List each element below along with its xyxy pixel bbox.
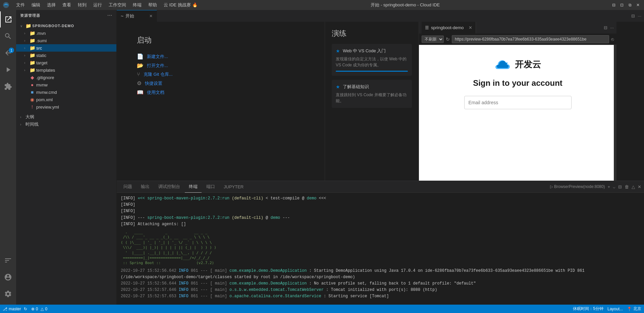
cmd-icon: ■ xyxy=(30,89,35,95)
tree-item-templates[interactable]: › 📁 templates xyxy=(16,66,116,74)
folder-icon: 📁 xyxy=(30,38,35,43)
tree-item-previewyml[interactable]: › ! preview.yml xyxy=(16,103,116,111)
idle-time-status[interactable]: 休眠时间：5分钟 xyxy=(573,306,603,312)
tree-item-pomxml[interactable]: › ◉ pom.xml xyxy=(16,96,116,103)
error-icon: ⊗ xyxy=(31,307,35,311)
terminal-close-button[interactable]: ✕ xyxy=(638,184,641,189)
terminal-panel-label: ▷ BrowserPreview(node:8080) xyxy=(550,184,605,189)
sync-icon[interactable]: ↻ xyxy=(24,307,27,311)
practice-card-vscode[interactable]: ★ Web 中 VS Code 入门 发现最佳的自定义方法，以使 Web 中的 … xyxy=(332,44,412,76)
restore-button[interactable]: ⧉ xyxy=(627,2,633,8)
split-editor-icon[interactable]: ⊟ xyxy=(631,13,635,18)
terminal-tab-jupyter[interactable]: JUPYTER xyxy=(220,181,248,193)
activity-git[interactable]: 1 xyxy=(0,45,16,61)
terminal-maximize[interactable]: △ xyxy=(632,184,635,189)
menu-select[interactable]: 选择 xyxy=(44,1,58,9)
browser-more-icon[interactable]: ··· xyxy=(610,25,614,30)
docs-label: 使用文档 xyxy=(147,89,164,96)
browser-split-icon[interactable]: ⊟ xyxy=(604,25,607,30)
menu-edit[interactable]: 编辑 xyxy=(29,1,43,9)
project-root[interactable]: ∨ 📁 SPRINGBOOT-DEMO xyxy=(16,22,116,29)
browser-scrollbar[interactable] xyxy=(614,45,616,181)
menu-goto[interactable]: 转到 xyxy=(75,1,89,9)
welcome-tab-label: 开始 xyxy=(125,13,134,19)
terminal-tab-terminal[interactable]: 终端 xyxy=(185,181,202,193)
tree-item-gitignore[interactable]: › ◆ .gitignore xyxy=(16,74,116,81)
terminal-add-button[interactable]: + xyxy=(607,184,610,189)
activity-search[interactable] xyxy=(0,28,16,44)
activity-explorer[interactable] xyxy=(0,11,16,27)
docs-icon: 📖 xyxy=(137,89,144,96)
terminal-trash[interactable]: 🗑 xyxy=(625,184,629,189)
tree-item-sumi[interactable]: › 📁 .sumi xyxy=(16,37,116,44)
static-label: static xyxy=(36,53,116,58)
link-quick-settings[interactable]: ⚙ 快捷设置 xyxy=(137,79,305,88)
start-section-label: 启动 xyxy=(137,35,305,45)
static-arrow: › xyxy=(24,54,28,57)
terminal-split-button[interactable]: ⌵ xyxy=(613,184,615,189)
terminal-tab-debug[interactable]: 调试控制台 xyxy=(154,181,184,193)
terminal-label: 终端 xyxy=(189,184,198,190)
browser-content: 开发云 Sign in to your account xyxy=(419,45,616,181)
editor-content: 启动 📄 新建文件... 📂 打开文件... ⑂ 克隆 Git 仓库... xyxy=(117,22,644,181)
activity-extensions[interactable] xyxy=(0,78,16,95)
maximize-button[interactable]: ⊡ xyxy=(619,2,625,8)
link-new-file[interactable]: 📄 新建文件... xyxy=(137,52,305,61)
minimize-button[interactable]: ⊟ xyxy=(610,2,617,8)
refresh-button[interactable]: ↻ xyxy=(446,37,450,42)
browser-toolbar: 不刷新 ↻ ⎋ xyxy=(419,34,616,45)
tree-section-outline[interactable]: › 大纲 xyxy=(16,113,116,121)
browser-tab-close[interactable]: ✕ xyxy=(469,25,472,30)
clone-icon: ⑂ xyxy=(137,71,140,77)
output-label: 输出 xyxy=(141,184,150,190)
terminal-tab-ports[interactable]: 端口 xyxy=(202,181,219,193)
activity-settings[interactable] xyxy=(0,286,16,302)
activity-account[interactable] xyxy=(0,269,16,285)
location-label: 北京 xyxy=(633,306,641,312)
close-button[interactable]: ✕ xyxy=(635,2,641,8)
menu-run[interactable]: 运行 xyxy=(91,1,105,9)
link-docs[interactable]: 📖 使用文档 xyxy=(137,88,305,97)
url-bar[interactable] xyxy=(452,35,609,43)
git-branch-status[interactable]: ⎇ master ↻ xyxy=(3,307,27,311)
external-link-icon[interactable]: ⎋ xyxy=(611,37,614,42)
refresh-select[interactable]: 不刷新 xyxy=(422,36,444,43)
tree-item-src[interactable]: › 📁 src xyxy=(16,44,116,52)
menu-help[interactable]: 帮助 xyxy=(146,1,160,9)
signin-title: Sign in to your account xyxy=(473,78,562,88)
menu-workspace[interactable]: 工作空间 xyxy=(106,1,129,9)
activity-run[interactable] xyxy=(0,62,16,78)
tree-item-mvnwcmd[interactable]: › ■ mvnw.cmd xyxy=(16,88,116,96)
activity-bar: 1 xyxy=(0,10,16,305)
target-arrow: › xyxy=(24,61,28,65)
app-icon xyxy=(3,2,9,8)
tree-section-timeline[interactable]: › 时间线 xyxy=(16,121,116,128)
email-input[interactable] xyxy=(464,96,572,109)
tree-item-mvnw[interactable]: › ● mvnw xyxy=(16,81,116,88)
terminal-tab-output[interactable]: 输出 xyxy=(137,181,154,193)
tree-item-target[interactable]: › 📁 target xyxy=(16,59,116,66)
welcome-tab-close[interactable]: ✕ xyxy=(149,14,153,18)
more-actions-icon[interactable]: ··· xyxy=(638,13,641,18)
sidebar-menu-button[interactable]: ··· xyxy=(107,13,112,18)
tab-welcome[interactable]: ~ 开始 ✕ xyxy=(117,10,157,22)
activity-outline[interactable] xyxy=(0,252,16,268)
terminal-log-2: 2022-10-27 15:52:56.644 INFO 861 --- [ m… xyxy=(121,280,640,287)
terminal-tab-problems[interactable]: 问题 xyxy=(119,181,136,193)
tree-item-mvn[interactable]: › 📁 .mvn xyxy=(16,29,116,37)
link-open-file[interactable]: 📂 打开文件... xyxy=(137,61,305,70)
browser-tab-springboot[interactable]: ☰ springboot-demo ✕ xyxy=(422,22,476,34)
terminal-side-by-side[interactable]: ⊟ xyxy=(618,184,622,189)
folder-icon: 📁 xyxy=(30,60,35,65)
menu-terminal[interactable]: 终端 xyxy=(130,1,144,9)
menu-challenge[interactable]: 云 IDE 挑战赛 🔥 xyxy=(161,1,200,9)
tree-item-static[interactable]: › 📁 static xyxy=(16,52,116,59)
menu-file[interactable]: 文件 xyxy=(13,1,28,9)
mvnw-label: mvnw xyxy=(36,82,116,87)
menu-view[interactable]: 查看 xyxy=(60,1,74,9)
link-clone-git[interactable]: ⑂ 克隆 Git 仓库... xyxy=(137,70,305,79)
errors-status[interactable]: ⊗ 0 △ 0 xyxy=(31,307,47,311)
layout-status[interactable]: Layout... xyxy=(607,307,623,311)
practice-card-basics[interactable]: ★ 了解基础知识 直接跳转到 VS Code 并概要了解必备功能。 xyxy=(332,80,412,108)
location-status[interactable]: 📍 北京 xyxy=(627,306,641,312)
